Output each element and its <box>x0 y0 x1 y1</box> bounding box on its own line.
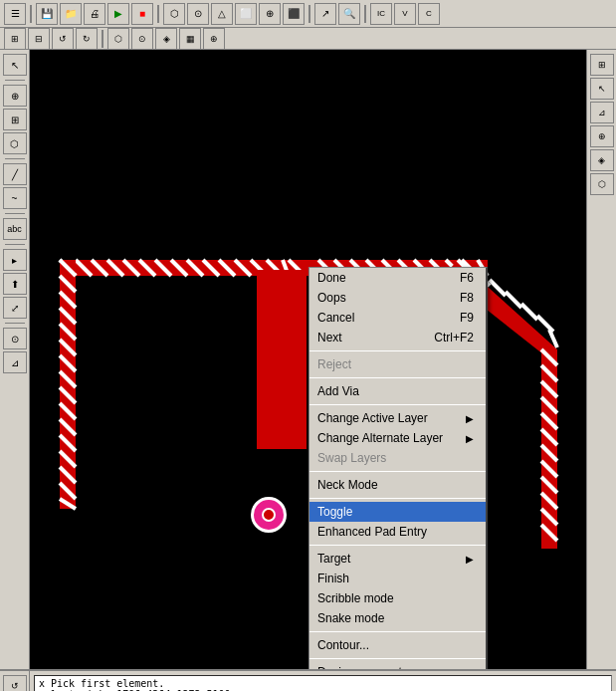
toolbar-btn-cursor[interactable]: ↗ <box>314 3 336 25</box>
sidebar-btn-wave[interactable]: ~ <box>3 187 27 209</box>
menu-label-done: Done <box>317 271 346 285</box>
log-marker-1: x <box>39 678 47 689</box>
top-toolbar: ☰ 💾 📁 🖨 ▶ ■ ⬡ ⊙ △ ⬜ ⊕ ⬛ ↗ 🔍 IC V C <box>0 0 616 28</box>
toolbar-btn-cross[interactable]: ⊕ <box>259 3 281 25</box>
toolbar2-btn4[interactable]: ↻ <box>76 28 98 50</box>
menu-item-next[interactable]: Next Ctrl+F2 <box>309 328 486 347</box>
toolbar-btn-hex[interactable]: ⬡ <box>163 3 185 25</box>
menu-sep-4 <box>309 471 486 472</box>
menu-item-neck[interactable]: Neck Mode <box>309 475 486 495</box>
sidebar-btn-arrow[interactable]: ▸ <box>3 249 27 271</box>
menu-label-enhanced: Enhanced Pad Entry <box>317 525 427 539</box>
menu-label-neck: Neck Mode <box>317 478 378 492</box>
right-sidebar-btn3[interactable]: ⊿ <box>590 102 614 123</box>
menu-item-addvia[interactable]: Add Via <box>309 381 486 401</box>
cursor-indicator <box>251 497 287 533</box>
toolbar-btn-open[interactable]: 📁 <box>60 3 82 25</box>
toolbar-btn-conn[interactable]: C <box>418 3 440 25</box>
right-sidebar-btn1[interactable]: ⊞ <box>590 54 614 76</box>
menu-item-done[interactable]: Done F6 <box>309 268 486 288</box>
right-sidebar-btn5[interactable]: ◈ <box>590 149 614 171</box>
menu-item-design[interactable]: Design parameters... <box>309 662 486 669</box>
toolbar-btn-via[interactable]: V <box>394 3 416 25</box>
sidebar-btn-up[interactable]: ⬆ <box>3 273 27 295</box>
sb-sep5 <box>5 323 25 324</box>
main-layout: ↖ ⊕ ⊞ ⬡ ╱ ~ abc ▸ ⬆ ⤢ ⊙ ⊿ <box>0 50 616 669</box>
toolbar2-btn3[interactable]: ↺ <box>52 28 74 50</box>
menu-sep-3 <box>309 404 486 405</box>
menu-item-enhanced[interactable]: Enhanced Pad Entry <box>309 522 486 542</box>
sidebar-btn-hex[interactable]: ⬡ <box>3 132 27 154</box>
separator3 <box>308 5 310 23</box>
menu-label-swap: Swap Layers <box>317 451 386 465</box>
menu-shortcut-oops: F8 <box>460 291 474 305</box>
t2-sep1 <box>102 30 103 48</box>
toolbar-btn-stop[interactable]: ■ <box>131 3 153 25</box>
toolbar2-btn9[interactable]: ⊕ <box>203 28 225 50</box>
toolbar-btn-zoom[interactable]: 🔍 <box>338 3 360 25</box>
toolbar-btn-save[interactable]: 💾 <box>36 3 58 25</box>
log-text-1: Pick first element. <box>51 678 164 689</box>
toolbar2: ⊞ ⊟ ↺ ↻ ⬡ ⊙ ◈ ▦ ⊕ <box>0 28 616 50</box>
toolbar-btn-print[interactable]: 🖨 <box>84 3 105 25</box>
menu-arrow-change-alt: ▶ <box>466 433 474 444</box>
svg-rect-29 <box>257 270 307 449</box>
menu-label-oops: Oops <box>317 291 346 305</box>
menu-item-snake[interactable]: Snake mode <box>309 608 486 628</box>
menu-arrow-change-active: ▶ <box>466 413 474 424</box>
menu-item-change-alt[interactable]: Change Alternate Layer ▶ <box>309 428 486 448</box>
toolbar2-btn5[interactable]: ⬡ <box>107 28 129 50</box>
sidebar-btn-text[interactable]: abc <box>3 218 27 240</box>
right-sidebar-btn6[interactable]: ⬡ <box>590 173 614 195</box>
bottom-sidebar-btn1[interactable]: ↺ <box>3 675 27 691</box>
menu-shortcut-cancel: F9 <box>460 311 474 325</box>
toolbar2-btn8[interactable]: ▦ <box>179 28 201 50</box>
right-sidebar: ⊞ ↖ ⊿ ⊕ ◈ ⬡ <box>586 50 616 669</box>
toolbar-btn-run[interactable]: ▶ <box>107 3 129 25</box>
toolbar-btn-menu[interactable]: ☰ <box>4 3 26 25</box>
context-menu: Done F6 Oops F8 Cancel F9 Next Ctrl+F2 R… <box>308 267 488 669</box>
menu-item-oops[interactable]: Oops F8 <box>309 288 486 308</box>
menu-item-finish[interactable]: Finish <box>309 569 486 588</box>
sidebar-btn-sq[interactable]: ⊞ <box>3 109 27 130</box>
toolbar-btn-circle[interactable]: ⊙ <box>187 3 209 25</box>
toolbar2-btn6[interactable]: ⊙ <box>131 28 153 50</box>
toolbar-btn-sq[interactable]: ⬜ <box>235 3 257 25</box>
right-sidebar-btn2[interactable]: ↖ <box>590 78 614 100</box>
sidebar-btn-tri[interactable]: ⊿ <box>3 351 27 373</box>
menu-sep-8 <box>309 658 486 659</box>
cursor-inner <box>262 508 276 522</box>
menu-item-contour[interactable]: Contour... <box>309 635 486 655</box>
sidebar-btn-circ[interactable]: ⊙ <box>3 328 27 349</box>
menu-label-addvia: Add Via <box>317 384 359 398</box>
sidebar-btn-add[interactable]: ⊕ <box>3 85 27 107</box>
right-sidebar-btn4[interactable]: ⊕ <box>590 125 614 147</box>
sb-sep3 <box>5 213 25 214</box>
sidebar-btn-select[interactable]: ↖ <box>3 54 27 76</box>
toolbar2-btn1[interactable]: ⊞ <box>4 28 26 50</box>
menu-item-toggle[interactable]: Toggle <box>309 502 486 522</box>
command-log: x Pick first element. last pick: 1796.43… <box>34 675 612 691</box>
toolbar-btn-chip[interactable]: IC <box>370 3 392 25</box>
toolbar2-btn2[interactable]: ⊟ <box>28 28 50 50</box>
menu-sep-5 <box>309 498 486 499</box>
menu-label-next: Next <box>317 331 342 345</box>
sidebar-btn-diag[interactable]: ⤢ <box>3 297 27 319</box>
sidebar-btn-line[interactable]: ╱ <box>3 163 27 185</box>
sb-sep4 <box>5 244 25 245</box>
menu-item-change-active[interactable]: Change Active Layer ▶ <box>309 408 486 428</box>
menu-item-target[interactable]: Target ▶ <box>309 549 486 569</box>
separator <box>30 5 32 23</box>
menu-sep-7 <box>309 631 486 632</box>
bottom-left-sidebar: ↺ ⊕ ⊙ abc <box>0 671 30 691</box>
menu-sep-6 <box>309 545 486 546</box>
toolbar-btn-sq2[interactable]: ⬛ <box>283 3 305 25</box>
menu-label-target: Target <box>317 552 350 566</box>
menu-item-cancel[interactable]: Cancel F9 <box>309 308 486 328</box>
separator4 <box>364 5 366 23</box>
menu-label-change-alt: Change Alternate Layer <box>317 431 443 445</box>
menu-sep-2 <box>309 377 486 378</box>
menu-item-scribble[interactable]: Scribble mode <box>309 588 486 608</box>
toolbar-btn-tri[interactable]: △ <box>211 3 233 25</box>
toolbar2-btn7[interactable]: ◈ <box>155 28 177 50</box>
